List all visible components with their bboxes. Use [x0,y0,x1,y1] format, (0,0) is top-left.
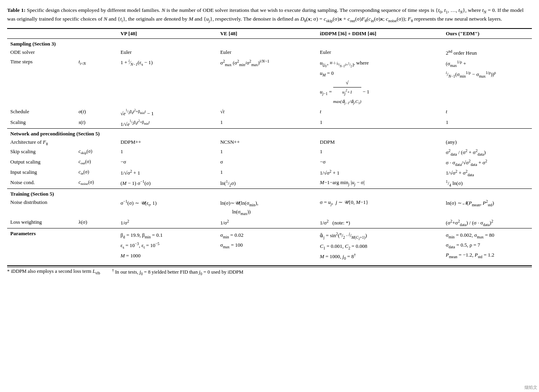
row-output-scaling: Output scaling cout(σ) −σ σ −σ σ · σdata… [7,158,532,168]
ode-ve: Euler [217,48,317,57]
row-loss-weighting: Loss weighting λ(σ) 1/σ2 1/σ2 1/σ2 (note… [7,218,532,228]
skip-scaling-edm: σ2data / (σ2 + σ2data) [443,147,532,158]
scaling-ve: 1 [217,118,317,129]
architecture-iddpm: DDPM [317,138,442,147]
params-iddpm: ᾱj = sin2(π/2 · j/M(C2+1)) C1 = 0.001, C… [317,228,442,263]
row-input-scaling: Input scaling cin(σ) 1/√σ2 + 1 1 1/√σ2 +… [7,168,532,178]
header-edm: Ours ("EDM") [443,29,532,39]
header-empty [7,29,117,39]
row-skip-scaling: Skip scaling cskip(σ) 1 1 1 σ2data / (σ2… [7,147,532,158]
main-table: VP [48] VE [48] iDDPM [36] + DDIM [46] O… [7,28,532,266]
section-parameters: Parameters βd = 19.9, βmin = 0.1 εs = 10… [7,228,532,263]
noise-cond-iddpm: M−1−arg minj |uj − σ| [317,178,442,188]
row-noise-cond: Noise cond. cnoise(σ) (M − 1) σ−1(σ) ln(… [7,178,532,188]
schedule-edm: t [443,107,532,118]
section-network: Network and preconditioning (Section 5) [7,129,532,138]
ode-solver-label: ODE solver [7,48,117,57]
params-ve: σmin = 0.02 σmax = 100 [217,228,317,263]
output-scaling-edm: σ · σdata/√σ2data + σ2 [443,158,532,168]
scaling-var: s(t) [75,118,117,129]
noise-dist-iddpm: σ = uj, j ∼ 𝒰{0, M−1} [317,198,442,218]
schedule-ve: √t [217,107,317,118]
input-scaling-var: cin(σ) [75,168,117,178]
section-training: Training (Section 5) [7,188,532,198]
architecture-edm: (any) [443,138,532,147]
skip-scaling-var: cskip(σ) [75,147,117,158]
section-training-label: Training (Section 5) [7,188,532,198]
schedule-iddpm: t [317,107,442,118]
ode-edm: 2nd order Heun [443,48,532,57]
watermark: 烟焰文 [524,384,537,390]
schedule-label: Schedule [7,107,75,118]
output-scaling-ve: σ [217,158,317,168]
footnote-star: * iDDPM also employs a second loss term … [7,268,100,276]
noise-cond-edm: 1/4 ln(σ) [443,178,532,188]
section-sampling: Sampling (Section 3) [7,38,532,48]
row-scaling: Scaling s(t) 1/√e1/2βdt2+βmint 1 1 1 [7,118,532,129]
ode-iddpm: Euler [317,48,442,57]
skip-scaling-ve: 1 [217,147,317,158]
schedule-vp: √e1/2βdt2+βmint − 1 [117,107,217,118]
noise-dist-ve: ln(σ)∼𝒰(ln(σmin),ln(σmax)) [217,198,317,218]
time-steps-iddpm: u⌊j0+ M−1−j0/N−1i+1/2⌋, where uM = 0 uj−… [317,57,442,107]
output-scaling-vp: −σ [117,158,217,168]
section-network-label: Network and preconditioning (Section 5) [7,129,532,138]
loss-weighting-ve: 1/σ2 [217,218,317,228]
footnotes: * iDDPM also employs a second loss term … [7,267,532,276]
architecture-ve: NCSN++ [217,138,317,147]
noise-cond-var: cnoise(σ) [75,178,117,188]
scaling-edm: 1 [443,118,532,129]
loss-weighting-edm: (σ2+σ2data) / (σ · σdata)2 [443,218,532,228]
row-time-steps: Time steps ti<N 1 + i⁄N−1(εs − 1) σ2max … [7,57,532,107]
noise-cond-ve: ln(1/2σ) [217,178,317,188]
time-steps-var: ti<N [75,57,117,107]
loss-weighting-iddpm: 1/σ2 (note: *) [317,218,442,228]
loss-weighting-var: λ(σ) [75,218,117,228]
time-steps-vp: 1 + i⁄N−1(εs − 1) [117,57,217,107]
scaling-vp: 1/√e1/2βdt2+βmint [117,118,217,129]
output-scaling-var: cout(σ) [75,158,117,168]
input-scaling-vp: 1/√σ2 + 1 [117,168,217,178]
input-scaling-edm: 1/√σ2 + σ2data [443,168,532,178]
noise-cond-label: Noise cond. [7,178,75,188]
skip-scaling-vp: 1 [117,147,217,158]
spacer-row [7,263,532,266]
params-edm: σmin = 0.002, σmax = 80 σdata = 0.5, ρ =… [443,228,532,263]
architecture-vp: DDPM++ [117,138,217,147]
skip-scaling-label: Skip scaling [7,147,75,158]
scaling-label: Scaling [7,118,75,129]
row-ode-solver: ODE solver Euler Euler Euler 2nd order H… [7,48,532,57]
header-ve: VE [48] [217,29,317,39]
section-parameters-label: Parameters [7,228,117,263]
section-sampling-label: Sampling (Section 3) [7,38,532,48]
noise-cond-vp: (M − 1) σ−1(σ) [117,178,217,188]
table-caption: Table 1: Specific design choices employe… [7,6,532,24]
table-header: VP [48] VE [48] iDDPM [36] + DDIM [46] O… [7,29,532,39]
header-vp: VP [48] [117,29,217,39]
row-noise-dist: Noise distribution σ−1(σ) ∼ 𝒰(εt, 1) ln(… [7,198,532,218]
row-architecture: Architecture of Fθ DDPM++ NCSN++ DDPM (a… [7,138,532,147]
output-scaling-iddpm: −σ [317,158,442,168]
ode-vp: Euler [117,48,217,57]
architecture-label: Architecture of Fθ [7,138,117,147]
input-scaling-ve: 1 [217,168,317,178]
table-label: Table 1: [7,7,25,13]
time-steps-edm: (σmax1/ρ + i/N−1(σmin1/ρ − σmax1/ρ))ρ [443,57,532,107]
skip-scaling-iddpm: 1 [317,147,442,158]
row-schedule: Schedule σ(t) √e1/2βdt2+βmint − 1 √t t t [7,107,532,118]
input-scaling-label: Input scaling [7,168,75,178]
footnote-dagger: † In our tests, j0 = 8 yielded better FI… [112,268,243,276]
output-scaling-label: Output scaling [7,158,75,168]
time-steps-ve: σ2max (σ2min/σ2max)i/N−1 [217,57,317,107]
loss-weighting-label: Loss weighting [7,218,75,228]
time-steps-label: Time steps [7,57,75,107]
params-vp: βd = 19.9, βmin = 0.1 εs = 10−3, εt = 10… [117,228,217,263]
noise-dist-edm: ln(σ) ∼ 𝒩(Pmean, P2std) [443,198,532,218]
noise-dist-vp: σ−1(σ) ∼ 𝒰(εt, 1) [117,198,217,218]
schedule-var: σ(t) [75,107,117,118]
header-iddpm: iDDPM [36] + DDIM [46] [317,29,442,39]
input-scaling-iddpm: 1/√σ2 + 1 [317,168,442,178]
scaling-iddpm: 1 [317,118,442,129]
noise-dist-label: Noise distribution [7,198,117,218]
loss-weighting-vp: 1/σ2 [117,218,217,228]
